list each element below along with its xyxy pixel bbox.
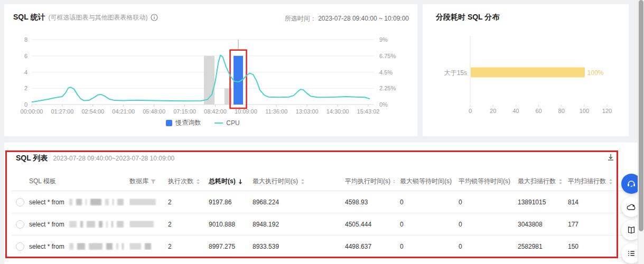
cell-avg_exec: 4598.93: [345, 199, 400, 206]
sql-text: select * from: [29, 199, 64, 206]
legend-item-CPU[interactable]: CPU: [214, 119, 239, 127]
redacted-text: [105, 199, 109, 205]
redacted-text: [87, 221, 95, 228]
column-label: 最大锁等待时间(s): [400, 177, 452, 186]
row-radio[interactable]: [16, 198, 24, 206]
redacted-text: [117, 221, 124, 228]
column-label: 平均执行时间(s): [345, 177, 390, 186]
column-header-total[interactable]: 总耗时(s): [209, 177, 253, 186]
svg-text:07:15:00: 07:15:00: [173, 108, 196, 115]
sql-text: select * from: [29, 243, 64, 250]
svg-text:00:00:00: 00:00:00: [21, 108, 43, 115]
redacted-text: [116, 243, 118, 250]
column-header-db[interactable]: 数据库: [129, 177, 168, 186]
redacted-text: [122, 243, 124, 250]
sort-icon: [454, 178, 454, 185]
sort-icon: [300, 178, 305, 185]
svg-text:100: 100: [580, 108, 589, 114]
column-label: 最大扫描行数: [518, 177, 556, 186]
sql-list-panel: SQL 列表 2023-07-28 09:40:00~2023-07-28 10…: [4, 143, 640, 264]
open-book-icon: [626, 225, 637, 235]
svg-text:20: 20: [490, 108, 496, 114]
svg-text:2.25%: 2.25%: [379, 85, 396, 91]
legend-item-慢查询数[interactable]: 慢查询数: [166, 118, 201, 127]
cell-max_exec: 8948.192: [253, 221, 345, 228]
redacted-text: [69, 243, 73, 250]
redacted-text: [113, 199, 114, 205]
redacted-text: [129, 199, 156, 205]
row-radio[interactable]: [16, 220, 24, 229]
cell-avg_exec: 4505.444: [345, 221, 400, 228]
redacted-text: [90, 199, 102, 205]
svg-text:100%: 100%: [587, 69, 604, 77]
sort-icon: [558, 178, 563, 185]
redacted-text: [129, 243, 141, 250]
table-row[interactable]: select * from28997.2758933.5394498.63700…: [12, 235, 640, 258]
radio-cell: [12, 220, 29, 229]
table-row[interactable]: select * from29010.8888948.1924505.44400…: [12, 213, 640, 235]
cell-db: [129, 199, 168, 205]
sort-icon: [608, 178, 613, 185]
column-header-sql: SQL 模板: [29, 177, 129, 186]
svg-text:13:03:00: 13:03:00: [296, 108, 319, 115]
cell-max_lock: 0: [400, 221, 459, 228]
svg-text:02:54:00: 02:54:00: [81, 108, 104, 115]
column-label: SQL 模板: [29, 177, 56, 186]
sort-icon: [195, 178, 201, 185]
svg-text:6.75%: 6.75%: [379, 53, 396, 59]
redacted-text: [111, 221, 114, 228]
sql-list-title: SQL 列表: [16, 154, 48, 163]
cell-total: 9197.86: [209, 199, 253, 206]
seg-dist-chart[interactable]: 020406080100120大于15s100%: [423, 4, 629, 136]
cell-total: 8997.275: [209, 243, 253, 250]
legend-label: 慢查询数: [175, 118, 201, 127]
redacted-text: [106, 243, 113, 250]
sql-list-time-range: 2023-07-28 09:40:00~2023-07-28 10:09:00: [53, 155, 174, 162]
column-header-avg_exec[interactable]: 平均执行时间(s): [345, 177, 400, 186]
seg-dist-panel: 分段耗时 SQL 分布 020406080100120大于15s100%: [423, 4, 629, 136]
sql-stats-chart[interactable]: 00%22.25%44.5%66.75%89%00:00:0001:27:000…: [4, 4, 417, 136]
svg-text:05:48:00: 05:48:00: [143, 108, 165, 115]
column-label: 最大执行时间(s): [253, 177, 298, 186]
svg-text:大于15s: 大于15s: [444, 69, 467, 77]
svg-text:14:30:00: 14:30:00: [326, 108, 349, 115]
svg-text:40: 40: [512, 108, 519, 114]
download-icon[interactable]: [605, 152, 616, 163]
headset-icon: [626, 178, 637, 189]
column-header-avg_lock[interactable]: 平均锁等待时间(s): [459, 177, 518, 186]
svg-text:4.5%: 4.5%: [379, 69, 393, 76]
cell-avg_exec: 4498.637: [345, 243, 400, 250]
cell-db: [129, 243, 168, 250]
column-label: 平均锁等待时间(s): [459, 177, 510, 186]
cell-count: 2: [168, 199, 209, 206]
cell-count: 2: [168, 221, 209, 228]
svg-text:01:27:00: 01:27:00: [51, 108, 73, 115]
cell-sql: select * from: [29, 243, 129, 250]
list-icon: [626, 248, 637, 259]
redacted-text: [76, 199, 81, 205]
column-header-max_exec[interactable]: 最大执行时间(s): [253, 177, 345, 186]
redacted-text: [145, 243, 151, 250]
cell-max_exec: 8933.539: [253, 243, 345, 250]
column-label: 总耗时(s): [209, 177, 236, 186]
svg-text:60: 60: [535, 108, 542, 114]
svg-text:04:21:00: 04:21:00: [112, 108, 135, 115]
column-header-count[interactable]: 执行次数: [168, 177, 209, 186]
sql-stats-panel: SQL 统计 (可框选该图表与其他图表表格联动) 所选时间： 2023-07-2…: [4, 4, 417, 136]
redacted-text: [129, 221, 154, 228]
column-header-max_lock[interactable]: 最大锁等待时间(s): [400, 177, 459, 186]
cloud-bell-icon: [626, 202, 637, 212]
column-label: 数据库: [129, 177, 148, 186]
table-header-row: SQL 模板数据库执行次数总耗时(s)最大执行时间(s)平均执行时间(s)最大锁…: [12, 172, 640, 191]
redacted-text: [86, 199, 87, 205]
cell-avg_lock: 0: [459, 243, 518, 250]
scrollbar-thumb[interactable]: [639, 0, 643, 231]
redacted-text: [99, 221, 102, 228]
table-row[interactable]: select * from29197.868968.2244598.930013…: [12, 191, 640, 213]
row-radio[interactable]: [16, 242, 24, 251]
page-scrollbar[interactable]: [638, 0, 644, 264]
column-header-max_scan[interactable]: 最大扫描行数: [518, 177, 568, 186]
svg-text:0: 0: [469, 108, 472, 114]
cell-count: 2: [168, 243, 209, 250]
svg-text:4: 4: [24, 69, 27, 76]
